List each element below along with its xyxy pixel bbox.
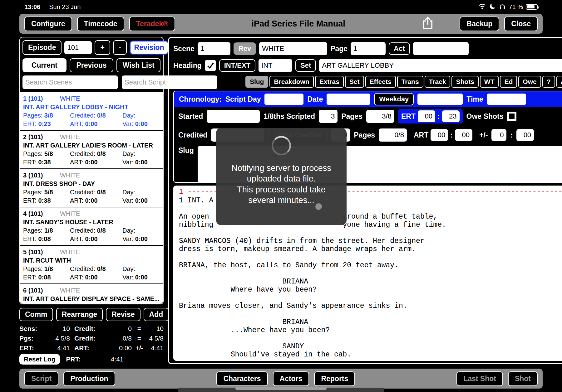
episode-button[interactable]: Episode [22,40,62,55]
scene-number-field[interactable] [198,42,230,55]
credit-label: Credit: [74,335,103,342]
scene-number: 6 (101) [23,286,60,295]
variance-hours-field[interactable] [491,129,506,141]
prt-label: PRT: [66,356,95,363]
tab-current[interactable]: Current [22,58,67,72]
tab-trans[interactable]: Trans [397,76,423,88]
comm-button[interactable]: Comm [19,308,53,321]
episode-minus-button[interactable]: - [113,40,127,55]
close-button[interactable]: Close [504,17,538,31]
tab-ed[interactable]: Ed [500,76,517,88]
ert-total: 4:41 [147,344,164,352]
page-number-field[interactable] [351,42,386,55]
art-block: ART : [411,128,476,142]
moon-icon [489,3,496,11]
eighths-scripted-field[interactable] [319,110,338,123]
tab-breakdown[interactable]: Breakdown [269,76,313,88]
date-field[interactable] [327,94,370,105]
weekday-field[interactable] [417,94,463,105]
act-field[interactable] [413,42,469,55]
ert-hours-field[interactable] [418,110,435,122]
actors-nav-button[interactable]: Actors [273,371,309,386]
pages-scripted-field[interactable] [366,110,394,123]
tab-shots[interactable]: Shots [451,76,478,88]
scene-rev-color: WHITE [60,133,80,141]
scene-list-item[interactable]: 2 (101)WHITE INT. ART GALLERY LADIE'S RO… [20,131,163,169]
ert-block: ERT : [398,109,463,123]
started-label: Started [178,112,203,121]
rearrange-button[interactable]: Rearrange [56,308,103,321]
scene-number: 1 (101) [23,94,60,103]
wifi-icon [478,3,486,11]
credit-pages-value: 0/8 [103,335,132,342]
scene-sidebar: Episode + - Revision Current Previous Wi… [19,37,164,364]
heading-checkbox[interactable] [205,60,216,71]
reports-nav-button[interactable]: Reports [314,371,355,386]
int-ext-field[interactable] [259,59,292,72]
owe-shots-checkbox[interactable] [507,112,516,121]
page-label: Page [330,45,348,53]
tab-effects[interactable]: Effects [365,76,396,88]
scns-value: 10 [45,325,70,332]
scene-list-item[interactable]: 6 (101)WHITE INT. ART GALLERY DISPLAY SP… [20,284,163,304]
shot-button[interactable]: Shot [508,371,538,386]
variance-minutes-field[interactable] [516,129,534,141]
prt-value: 4:41 [95,356,124,363]
script-nav-button[interactable]: Script [24,371,58,386]
set-button[interactable]: Set [295,59,316,72]
credit-scenes-value: 0 [103,325,132,332]
scene-list-item[interactable]: 5 (101)WHITE INT. RCUT WITH Pages: 1/8Cr… [20,246,163,284]
totals-summary: Scns: 10 Credit: 0 = 10 Pgs: 4 5/8 Credi… [19,325,164,365]
characters-nav-button[interactable]: Characters [216,371,268,386]
tab-wish-list[interactable]: Wish List [116,58,160,72]
timecode-button[interactable]: Timecode [77,17,124,31]
tab-previous[interactable]: Previous [70,58,114,72]
share-button[interactable] [422,16,434,31]
production-nav-button[interactable]: Production [63,371,115,386]
tab-slug[interactable]: Slug [245,76,269,88]
tab-set[interactable]: Set [345,76,364,88]
tab-owe[interactable]: Owe [518,76,541,88]
teradek-button[interactable]: Teradek® [129,17,175,31]
episode-number-field[interactable] [64,41,92,54]
int-ext-button[interactable]: INT/EXT [219,59,255,72]
search-scenes-input[interactable] [22,75,118,89]
tab-attachments[interactable]: Attachments [556,76,562,88]
weekday-button[interactable]: Weekday [374,93,414,105]
battery-icon [526,4,538,10]
revision-button[interactable]: Revision [130,41,169,55]
act-button[interactable]: Act [389,42,410,55]
tab-extras[interactable]: Extras [315,76,344,88]
backup-button[interactable]: Backup [460,17,499,31]
scene-list-item[interactable]: 4 (101)WHITE INT. SANDY'S HOUSE - LATER … [20,207,163,246]
scene-list-item[interactable]: 3 (101)WHITE INT. DRESS SHOP - DAY Pages… [20,169,163,207]
script-day-field[interactable] [264,94,303,105]
tab-track[interactable]: Track [425,76,451,88]
art-minutes-field[interactable] [455,129,472,141]
reset-log-button[interactable]: Reset Log [19,354,60,365]
scene-list: 1 (101)WHITE INT. ART GALLERY LOBBY - NI… [20,92,163,304]
tab-wt[interactable]: WT [480,76,499,88]
top-toolbar: Configure Timecode Teradek® iPad Series … [19,14,543,34]
pages-credited-field[interactable] [379,128,407,142]
last-shot-button[interactable]: Last Shot [456,371,503,386]
rev-color-field[interactable] [259,42,327,55]
pages-credited-label: Pages [354,131,375,139]
revise-button[interactable]: Revise [106,308,140,321]
progress-message: Notifying server to process uploaded dat… [231,163,331,206]
ert-label: ERT: [19,344,45,352]
status-bar: 13:06 Sun 23 Jun [0,0,562,12]
tab-question[interactable]: ? [542,76,555,88]
set-field[interactable] [319,59,562,72]
scene-list-item[interactable]: 1 (101)WHITE INT. ART GALLERY LOBBY - NI… [20,92,163,131]
configure-button[interactable]: Configure [24,17,72,31]
ert-minutes-field[interactable] [442,110,460,122]
started-field[interactable] [207,110,260,123]
episode-plus-button[interactable]: + [95,40,110,55]
time-field[interactable] [487,94,526,105]
rev-button[interactable]: Rev [234,42,256,55]
add-button[interactable]: Add [144,308,169,321]
plus-minus-label: +/- [479,131,488,139]
home-indicator[interactable] [235,387,327,390]
art-hours-field[interactable] [431,129,448,141]
